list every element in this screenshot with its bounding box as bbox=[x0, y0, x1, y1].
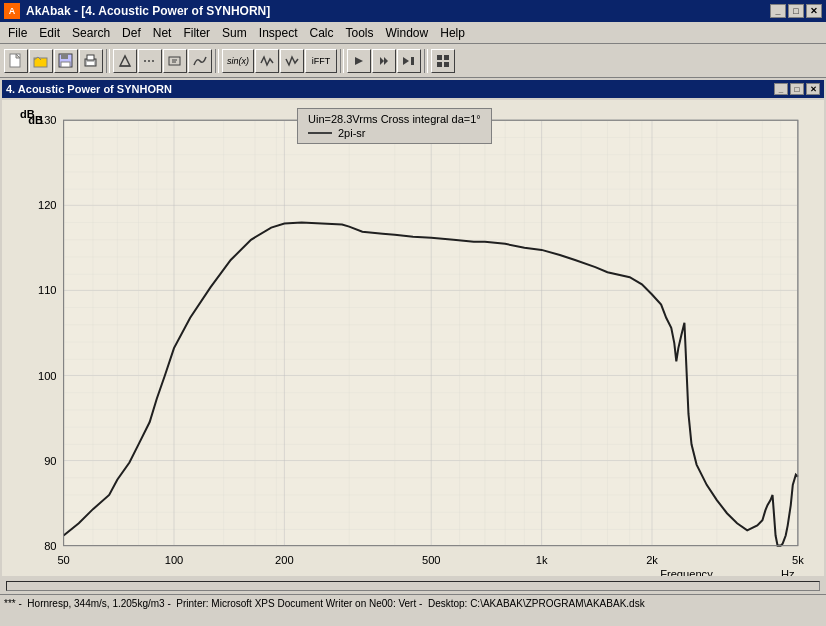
toolbar-btn13[interactable] bbox=[347, 49, 371, 73]
chart-container: dB Uin=28.3Vrms Cross integral da=1° 2pi… bbox=[2, 100, 824, 576]
svg-text:dB: dB bbox=[28, 114, 43, 126]
svg-rect-3 bbox=[61, 54, 68, 59]
legend-item: 2pi-sr bbox=[308, 127, 481, 139]
svg-rect-21 bbox=[437, 62, 442, 67]
svg-marker-17 bbox=[403, 57, 409, 65]
toolbar-btn7[interactable] bbox=[163, 49, 187, 73]
svg-marker-16 bbox=[384, 57, 388, 65]
menu-tools[interactable]: Tools bbox=[340, 24, 380, 42]
svg-text:Hz: Hz bbox=[781, 568, 795, 576]
inner-window-controls[interactable]: _ □ ✕ bbox=[774, 83, 820, 95]
inner-close-button[interactable]: ✕ bbox=[806, 83, 820, 95]
toolbar-btn15[interactable] bbox=[397, 49, 421, 73]
status-bar: *** - Hornresp, 344m/s, 1.205kg/m3 - Pri… bbox=[0, 594, 826, 612]
svg-rect-11 bbox=[169, 57, 180, 65]
minimize-button[interactable]: _ bbox=[770, 4, 786, 18]
inner-window-title: 4. Acoustic Power of SYNHORN bbox=[6, 83, 774, 95]
toolbar-new[interactable] bbox=[4, 49, 28, 73]
svg-rect-22 bbox=[444, 62, 449, 67]
menu-file[interactable]: File bbox=[2, 24, 33, 42]
menu-calc[interactable]: Calc bbox=[304, 24, 340, 42]
toolbar-btn10[interactable] bbox=[255, 49, 279, 73]
svg-rect-4 bbox=[61, 62, 70, 67]
toolbar: sin(x) iFFT bbox=[0, 44, 826, 78]
legend-box: Uin=28.3Vrms Cross integral da=1° 2pi-sr bbox=[297, 108, 492, 144]
menu-search[interactable]: Search bbox=[66, 24, 116, 42]
toolbar-sep-1 bbox=[106, 49, 110, 73]
svg-text:200: 200 bbox=[275, 554, 294, 566]
toolbar-btn11[interactable] bbox=[280, 49, 304, 73]
app-icon: A bbox=[4, 3, 20, 19]
inner-title-bar: 4. Acoustic Power of SYNHORN _ □ ✕ bbox=[2, 80, 824, 98]
inner-maximize-button[interactable]: □ bbox=[790, 83, 804, 95]
svg-rect-18 bbox=[411, 57, 414, 65]
menu-bar: File Edit Search Def Net Filter Sum Insp… bbox=[0, 22, 826, 44]
scroll-area bbox=[2, 578, 824, 594]
toolbar-btn6[interactable] bbox=[138, 49, 162, 73]
toolbar-btn16[interactable] bbox=[431, 49, 455, 73]
menu-inspect[interactable]: Inspect bbox=[253, 24, 304, 42]
svg-text:90: 90 bbox=[44, 455, 56, 467]
toolbar-sin[interactable]: sin(x) bbox=[222, 49, 254, 73]
toolbar-save[interactable] bbox=[54, 49, 78, 73]
svg-text:50: 50 bbox=[57, 554, 69, 566]
svg-marker-15 bbox=[380, 57, 384, 65]
inner-minimize-button[interactable]: _ bbox=[774, 83, 788, 95]
svg-text:Frequency: Frequency bbox=[660, 568, 713, 576]
legend-line-icon bbox=[308, 132, 332, 134]
menu-filter[interactable]: Filter bbox=[177, 24, 216, 42]
svg-rect-7 bbox=[87, 62, 94, 65]
toolbar-ifft[interactable]: iFFT bbox=[305, 49, 337, 73]
legend-label: 2pi-sr bbox=[338, 127, 366, 139]
svg-marker-14 bbox=[355, 57, 363, 65]
svg-text:100: 100 bbox=[38, 370, 57, 382]
menu-sum[interactable]: Sum bbox=[216, 24, 253, 42]
maximize-button[interactable]: □ bbox=[788, 4, 804, 18]
title-bar: A AkAbak - [4. Acoustic Power of SYNHORN… bbox=[0, 0, 826, 22]
window-title: AkAbak - [4. Acoustic Power of SYNHORN] bbox=[26, 4, 770, 18]
svg-rect-6 bbox=[87, 55, 94, 60]
window-controls[interactable]: _ □ ✕ bbox=[770, 4, 822, 18]
close-button[interactable]: ✕ bbox=[806, 4, 822, 18]
menu-window[interactable]: Window bbox=[380, 24, 435, 42]
svg-text:100: 100 bbox=[165, 554, 184, 566]
svg-rect-20 bbox=[444, 55, 449, 60]
svg-marker-8 bbox=[120, 56, 130, 66]
menu-net[interactable]: Net bbox=[147, 24, 178, 42]
svg-text:110: 110 bbox=[38, 284, 57, 296]
svg-text:2k: 2k bbox=[646, 554, 658, 566]
legend-title: Uin=28.3Vrms Cross integral da=1° bbox=[308, 113, 481, 125]
toolbar-print[interactable] bbox=[79, 49, 103, 73]
svg-text:500: 500 bbox=[422, 554, 441, 566]
svg-text:5k: 5k bbox=[792, 554, 804, 566]
toolbar-btn5[interactable] bbox=[113, 49, 137, 73]
svg-rect-19 bbox=[437, 55, 442, 60]
toolbar-sep-3 bbox=[340, 49, 344, 73]
toolbar-sep-2 bbox=[215, 49, 219, 73]
svg-text:1k: 1k bbox=[536, 554, 548, 566]
menu-def[interactable]: Def bbox=[116, 24, 147, 42]
toolbar-btn8[interactable] bbox=[188, 49, 212, 73]
menu-edit[interactable]: Edit bbox=[33, 24, 66, 42]
status-text: *** - Hornresp, 344m/s, 1.205kg/m3 - Pri… bbox=[4, 598, 645, 609]
svg-text:80: 80 bbox=[44, 540, 56, 552]
chart-svg: 130 120 110 100 90 80 dB 50 100 200 500 … bbox=[2, 100, 824, 576]
svg-text:120: 120 bbox=[38, 199, 57, 211]
toolbar-btn14[interactable] bbox=[372, 49, 396, 73]
toolbar-open[interactable] bbox=[29, 49, 53, 73]
toolbar-sep-4 bbox=[424, 49, 428, 73]
menu-help[interactable]: Help bbox=[434, 24, 471, 42]
